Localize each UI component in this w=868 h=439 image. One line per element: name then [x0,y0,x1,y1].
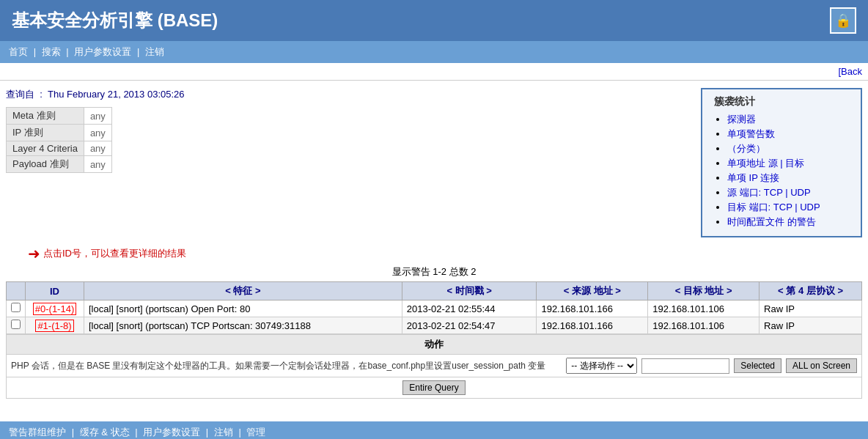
navbar: 首页 | 搜索 | 用户参数设置 | 注销 [0,41,868,63]
row1-feature: [local] [snort] (portscan) TCP Portscan:… [84,317,402,334]
row0-protocol: Raw IP [760,300,862,317]
nav-logout[interactable]: 注销 [145,46,164,57]
action-row-header: 动作 [6,334,862,355]
stats-title: 簇袭统计 [714,95,849,108]
stats-item-category: （分类） [727,142,849,155]
stats-link-time[interactable]: 时间配置文件 的警告 [727,216,816,227]
th-dst-ip[interactable]: < 目标 地址 > [648,282,760,300]
criteria-label-payload: Payload 准则 [7,156,84,173]
stats-item-ip-links: 单项 IP 连接 [727,171,849,185]
header-icon: 🔒 [830,7,856,34]
th-feature[interactable]: < 特征 > [84,282,402,300]
stats-item-time: 时间配置文件 的警告 [727,215,849,229]
criteria-row-ip: IP 准则 any [7,125,112,141]
stats-item-alert-count: 单项警告数 [727,128,849,141]
alert-table: ID < 特征 > < 时间戳 > < 来源 地址 > < 目标 地址 > < … [6,281,862,334]
footer-nav-settings[interactable]: 用户参数设置 [143,427,200,438]
criteria-value-ip: any [84,125,111,141]
stats-list: 探测器 单项警告数 （分类） 单项地址 源 | 目标 单项 IP 连接 源 端口… [714,113,849,229]
row1-checkbox [7,317,26,334]
criteria-label-layer4: Layer 4 Criteria [7,141,84,156]
annotation-row: ➜ 点击ID号，可以查看更详细的结果 [28,245,862,262]
table-row: #0-(1-14) [local] [snort] (portscan) Ope… [7,300,862,317]
row1-id-link[interactable]: #1-(1-8) [35,320,73,332]
row1-dst-ip: 192.168.101.106 [648,317,760,334]
header: 基本安全分析引擎 (BASE) 🔒 [0,0,868,41]
footer-nav-admin[interactable]: 管理 [246,427,265,438]
row0-id-link[interactable]: #0-(1-14) [33,303,76,315]
stats-box: 簇袭统计 探测器 单项警告数 （分类） 单项地址 源 | 目标 单项 IP 连接… [701,88,862,237]
row0-check[interactable] [11,303,21,312]
criteria-table: Meta 准则 any IP 准则 any Layer 4 Criteria a… [6,107,112,173]
stats-link-sensors[interactable]: 探测器 [727,114,756,125]
annotation-arrow-icon: ➜ [28,245,40,262]
alert-area: ➜ 点击ID号，可以查看更详细的结果 显示警告 1-2 总数 2 ID < 特征… [0,245,868,399]
criteria-row-payload: Payload 准则 any [7,156,112,173]
row0-id: #0-(1-14) [26,300,84,317]
th-checkbox [7,282,26,300]
nav-settings[interactable]: 用户参数设置 [74,46,131,57]
row1-src-ip: 192.168.101.166 [537,317,648,334]
row1-check[interactable] [11,320,21,329]
th-timestamp[interactable]: < 时间戳 > [402,282,537,300]
row1-protocol: Raw IP [760,317,862,334]
query-date: 查询自 : Thu February 21, 2013 03:05:26 [6,88,686,101]
row0-src-ip: 192.168.101.166 [537,300,648,317]
th-id[interactable]: ID [26,282,84,300]
criteria-value-meta: any [84,108,111,125]
table-row: #1-(1-8) [local] [snort] (portscan) TCP … [7,317,862,334]
stats-item-src-port: 源 端口: TCP | UDP [727,186,849,199]
stats-link-dst-port[interactable]: 目标 端口: TCP | UDP [727,202,820,213]
stats-link-category[interactable]: （分类） [727,143,765,154]
th-src-ip[interactable]: < 来源 地址 > [537,282,648,300]
criteria-label-ip: IP 准则 [7,125,84,141]
entire-query-button[interactable]: Entire Query [402,380,465,395]
app-title: 基本安全分析引擎 (BASE) [12,9,218,32]
nav-home[interactable]: 首页 [9,46,28,57]
footer-nav-cache[interactable]: 缓存 & 状态 [80,427,130,438]
annotation-text: 点击ID号，可以查看更详细的结果 [43,247,186,260]
all-on-screen-button[interactable]: ALL on Screen [786,358,857,373]
back-bar: [Back [0,63,868,81]
stats-item-sensors: 探测器 [727,113,849,126]
stats-item-dst-port: 目标 端口: TCP | UDP [727,201,849,214]
stats-link-addresses[interactable]: 单项地址 源 | 目标 [727,158,804,169]
stats-link-alert-count[interactable]: 单项警告数 [727,128,775,139]
row0-timestamp: 2013-02-21 02:55:44 [402,300,537,317]
action-input[interactable] [641,358,729,374]
row0-checkbox [7,300,26,317]
main-content: 查询自 : Thu February 21, 2013 03:05:26 Met… [0,81,868,245]
row1-id: #1-(1-8) [26,317,84,334]
alert-count: 显示警告 1-2 总数 2 [6,265,862,278]
footer-nav-groups[interactable]: 警告群组维护 [9,427,66,438]
stats-item-addresses: 单项地址 源 | 目标 [727,157,849,170]
row0-feature: [local] [snort] (portscan) Open Port: 80 [84,300,402,317]
footer-nav: 警告群组维护 | 缓存 & 状态 | 用户参数设置 | 注销 | 管理 [0,421,868,439]
nav-search[interactable]: 搜索 [42,46,61,57]
back-link[interactable]: Back [841,66,862,77]
stats-link-ip-links[interactable]: 单项 IP 连接 [727,172,779,183]
action-dropdown[interactable]: -- 选择动作 -- [566,358,637,374]
row0-dst-ip: 192.168.101.106 [648,300,760,317]
row1-timestamp: 2013-02-21 02:54:47 [402,317,537,334]
th-protocol[interactable]: < 第 4 层协议 > [760,282,862,300]
criteria-row-layer4: Layer 4 Criteria any [7,141,112,156]
footer-nav-logout[interactable]: 注销 [214,427,233,438]
selected-button[interactable]: Selected [734,358,781,373]
entire-query-row: Entire Query [6,377,862,399]
criteria-label-meta: Meta 准则 [7,108,84,125]
criteria-value-layer4: any [84,141,111,156]
criteria-value-payload: any [84,156,111,173]
query-info: 查询自 : Thu February 21, 2013 03:05:26 Met… [6,88,686,237]
action-controls: PHP 会话，但是在 BASE 里没有制定这个处理器的工具。如果需要一个定制会话… [6,355,862,377]
action-description: PHP 会话，但是在 BASE 里没有制定这个处理器的工具。如果需要一个定制会话… [11,360,562,372]
criteria-row-meta: Meta 准则 any [7,108,112,125]
stats-link-src-port[interactable]: 源 端口: TCP | UDP [727,187,811,198]
